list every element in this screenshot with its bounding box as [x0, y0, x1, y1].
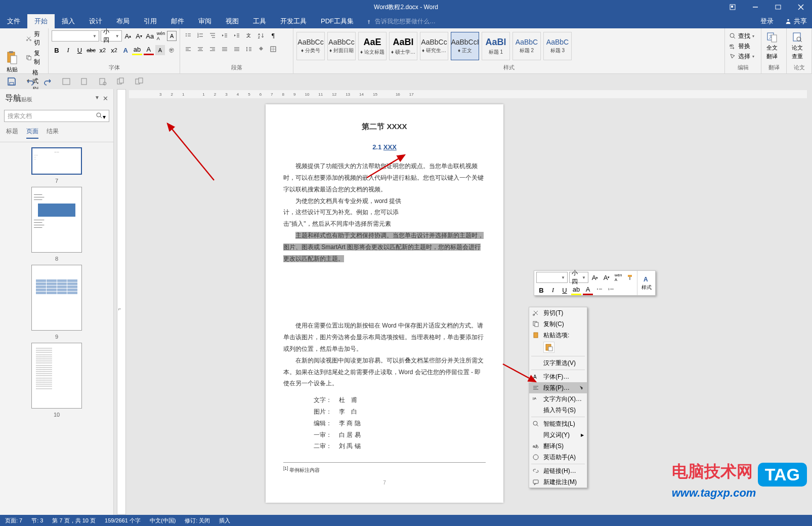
menu-references[interactable]: 引用	[137, 14, 164, 28]
menu-home[interactable]: 开始	[27, 14, 55, 28]
maximize-icon[interactable]	[766, 0, 789, 14]
style-item[interactable]: AaBbCc♦ 分类号	[296, 32, 325, 60]
style-item[interactable]: AaBl♦ 硕士学…	[389, 32, 417, 60]
undo-icon[interactable]	[25, 77, 34, 86]
status-track[interactable]: 修订: 关闭	[185, 517, 210, 524]
status-words[interactable]: 159/2661 个字	[105, 517, 141, 524]
highlight-button[interactable]: ab	[132, 45, 142, 55]
subscript-button[interactable]: x2	[98, 45, 108, 55]
cm-new-comment[interactable]: 新建批注(M)	[529, 476, 587, 488]
italic-button[interactable]: I	[63, 45, 73, 55]
status-page[interactable]: 页面: 7	[5, 517, 22, 524]
mini-font-name[interactable]: ▼	[536, 272, 568, 283]
cm-translate[interactable]: aあ翻译(S)	[529, 440, 587, 452]
menu-pdf[interactable]: PDF工具集	[314, 14, 361, 28]
qat-icon[interactable]	[98, 77, 107, 86]
status-lang[interactable]: 中文(中国)	[150, 517, 176, 524]
char-shading-button[interactable]: A	[155, 45, 165, 55]
qat-icon[interactable]	[135, 77, 144, 86]
style-item[interactable]: AaBl标题 1	[482, 32, 510, 60]
nav-tab-headings[interactable]: 标题	[6, 127, 18, 139]
change-case-button[interactable]: Aa	[145, 31, 155, 41]
search-icon[interactable]: ▾	[96, 112, 106, 120]
thesis-check-button[interactable]: 论文查重	[789, 32, 806, 60]
underline-button[interactable]: U	[74, 45, 84, 55]
cm-insert-symbol[interactable]: 插入符号(S)	[529, 404, 587, 416]
cm-english-assistant[interactable]: 英语助手(A)	[529, 452, 587, 463]
qat-icon[interactable]	[80, 77, 89, 86]
page-thumbnail[interactable]	[31, 265, 82, 331]
login-button[interactable]: 登录	[754, 17, 780, 26]
mini-shrink-font[interactable]: A▾	[602, 272, 612, 282]
cm-cut[interactable]: 剪切(T)	[529, 307, 587, 318]
enclose-char-button[interactable]: ㊥	[166, 45, 177, 55]
font-color-button[interactable]: A	[144, 45, 154, 55]
font-size-input[interactable]: 小四▼	[101, 30, 122, 42]
menu-file[interactable]: 文件	[0, 14, 27, 28]
close-icon[interactable]	[789, 0, 812, 14]
cm-smart-lookup[interactable]: 智能查找(L)	[529, 418, 587, 429]
bold-button[interactable]: B	[52, 45, 62, 55]
tell-me-search[interactable]: 告诉我您想要做什么…	[361, 14, 441, 28]
save-icon[interactable]	[7, 77, 16, 86]
mini-phonetic[interactable]: wénA	[613, 272, 623, 282]
shading-button[interactable]	[256, 44, 266, 54]
menu-design[interactable]: 设计	[82, 14, 109, 28]
page-thumbnail[interactable]: ━━━━━━━━━━━━━━━━━━━━━━━━━━━━━━━━━━━━━━━━…	[31, 343, 82, 409]
cm-font[interactable]: A字体(F)…	[529, 371, 587, 382]
minimize-icon[interactable]	[744, 0, 766, 14]
borders-button[interactable]	[268, 44, 278, 54]
status-page-of[interactable]: 第 7 页，共 10 页	[52, 517, 96, 524]
select-button[interactable]: 选择▾	[729, 52, 754, 61]
menu-developer[interactable]: 开发工具	[273, 14, 314, 28]
strikethrough-button[interactable]: abc	[86, 45, 96, 55]
cm-hyperlink[interactable]: 超链接(H)…	[529, 465, 587, 476]
cut-button[interactable]: 剪切	[24, 29, 46, 48]
phonetic-guide-button[interactable]: wénA	[156, 31, 166, 41]
mini-underline[interactable]: U	[560, 285, 570, 295]
menu-layout[interactable]: 布局	[109, 14, 137, 28]
multilevel-list-button[interactable]	[207, 30, 218, 41]
distribute-button[interactable]	[232, 44, 242, 54]
mini-styles[interactable]: A 样式	[637, 271, 655, 295]
superscript-button[interactable]: x2	[109, 45, 119, 55]
nav-close-icon[interactable]: ✕	[103, 95, 108, 102]
cm-hanzi[interactable]: 汉字重选(V)	[529, 357, 587, 369]
qat-icon[interactable]	[62, 77, 71, 86]
char-border-button[interactable]: A	[167, 31, 177, 41]
qat-icon[interactable]	[116, 77, 125, 86]
style-item[interactable]: AaBbC标题 3	[543, 32, 572, 60]
find-button[interactable]: 查找▾	[729, 32, 754, 41]
nav-tab-results[interactable]: 结果	[47, 127, 59, 139]
page-thumbnail[interactable]: ━━━━━━━━━━━━━━━━━━━━━━━━━━━━━━━━━━━━━━━━…	[31, 187, 82, 253]
align-center-button[interactable]	[195, 44, 205, 54]
grow-font-button[interactable]: A▴	[123, 31, 133, 41]
mini-numbering[interactable]: 1	[606, 285, 616, 295]
replace-button[interactable]: ab替换	[729, 42, 754, 51]
text-effects-button[interactable]: A	[120, 45, 131, 55]
align-left-button[interactable]	[183, 44, 193, 54]
font-name-input[interactable]: ▼	[52, 30, 99, 42]
menu-tools[interactable]: 工具	[246, 14, 273, 28]
menu-mailings[interactable]: 邮件	[164, 14, 191, 28]
sort-button[interactable]: AZ	[256, 30, 266, 41]
style-gallery[interactable]: AaBbCc♦ 分类号AaBbCc♦ 封面日期AaE♦ 论文标题AaBl♦ 硕士…	[295, 29, 722, 63]
shrink-font-button[interactable]: A▾	[134, 31, 144, 41]
ribbon-options-icon[interactable]	[721, 0, 744, 14]
show-marks-button[interactable]: ¶	[268, 30, 278, 41]
style-item[interactable]: AaBbCc♦ 研究生…	[420, 32, 448, 60]
status-insert[interactable]: 插入	[219, 517, 230, 524]
nav-tab-pages[interactable]: 页面	[26, 127, 38, 139]
page-thumbnail[interactable]: — —- - - -- -- -	[31, 147, 82, 175]
style-item[interactable]: AaE♦ 论文标题	[358, 32, 387, 60]
cm-paste-keep-source[interactable]	[543, 342, 554, 353]
mini-bold[interactable]: B	[536, 285, 546, 295]
style-item[interactable]: AaBbCcI♦ 正文	[451, 32, 479, 60]
increase-indent-button[interactable]	[232, 30, 242, 41]
nav-dropdown-icon[interactable]: ▼	[95, 95, 100, 102]
line-spacing-button[interactable]	[244, 44, 254, 54]
menu-view[interactable]: 视图	[219, 14, 246, 28]
numbering-button[interactable]: 12	[195, 30, 205, 41]
mini-grow-font[interactable]: A▴	[590, 272, 600, 282]
document-area[interactable]: L 3211234567891011121314151617 第二节 XXXX …	[114, 89, 812, 515]
